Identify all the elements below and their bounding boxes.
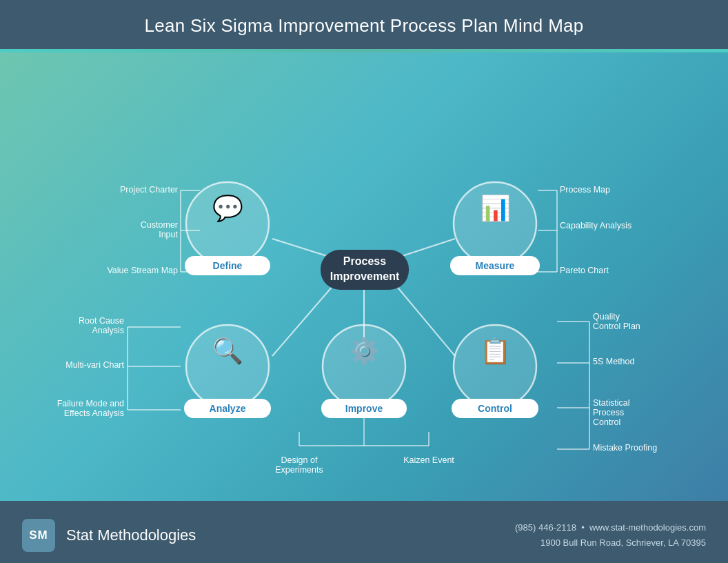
- svg-text:Analysis: Analysis: [92, 326, 124, 335]
- footer-left: SM Stat Methodologies: [22, 519, 196, 552]
- svg-text:Design of: Design of: [281, 455, 318, 465]
- svg-text:Root Cause: Root Cause: [79, 316, 124, 326]
- svg-text:Experiments: Experiments: [275, 465, 323, 475]
- page-title: Lean Six Sigma Improvement Process Plan …: [144, 15, 583, 36]
- svg-text:Analyze: Analyze: [210, 403, 246, 414]
- svg-text:⚙️: ⚙️: [349, 336, 380, 366]
- svg-text:Effects Analysis: Effects Analysis: [64, 408, 124, 418]
- svg-text:💬: 💬: [212, 193, 243, 223]
- svg-text:Input: Input: [159, 230, 178, 239]
- svg-text:Measure: Measure: [476, 260, 515, 271]
- svg-text:Control: Control: [478, 403, 512, 414]
- svg-text:Statistical: Statistical: [593, 398, 630, 408]
- svg-line-4: [392, 280, 455, 356]
- contact-line1: (985) 446-2118 • www.stat-methodologies.…: [515, 520, 706, 535]
- svg-text:Quality: Quality: [593, 312, 620, 322]
- svg-text:Process: Process: [593, 408, 624, 417]
- svg-text:🔍: 🔍: [212, 336, 243, 366]
- logo-text: SM: [29, 529, 48, 542]
- svg-text:Kaizen Event: Kaizen Event: [403, 455, 454, 465]
- svg-text:Customer: Customer: [141, 220, 178, 230]
- svg-text:5S Method: 5S Method: [593, 357, 635, 366]
- company-logo: SM: [22, 519, 55, 552]
- svg-text:Improvement: Improvement: [330, 270, 400, 282]
- svg-text:Process: Process: [343, 255, 386, 267]
- svg-text:Control: Control: [593, 417, 620, 427]
- svg-text:Improve: Improve: [345, 403, 383, 414]
- svg-text:Failure Mode and: Failure Mode and: [57, 399, 124, 408]
- svg-text:Pareto Chart: Pareto Chart: [560, 266, 609, 275]
- svg-text:📋: 📋: [480, 336, 511, 366]
- website: www.stat-methodologies.com: [589, 522, 706, 533]
- mindmap-svg: 💬 Define 📊 Measure 🔍 Analyze ⚙️ Improve …: [0, 52, 728, 501]
- svg-text:Capability Analysis: Capability Analysis: [560, 221, 631, 230]
- svg-text:Value Stream Map: Value Stream Map: [107, 266, 178, 275]
- svg-text:Project Charter: Project Charter: [120, 185, 178, 195]
- svg-text:Mistake Proofing: Mistake Proofing: [593, 443, 657, 453]
- svg-text:Process Map: Process Map: [560, 185, 610, 195]
- contact-line2: 1900 Bull Run Road, Schriever, LA 70395: [515, 535, 706, 551]
- company-name: Stat Methodologies: [66, 526, 196, 544]
- footer: SM Stat Methodologies (985) 446-2118 • w…: [0, 501, 728, 563]
- svg-text:📊: 📊: [480, 193, 511, 223]
- mindmap-area: 💬 Define 📊 Measure 🔍 Analyze ⚙️ Improve …: [0, 52, 728, 501]
- phone: (985) 446-2118: [515, 522, 576, 533]
- page-header: Lean Six Sigma Improvement Process Plan …: [0, 0, 728, 49]
- svg-text:Control Plan: Control Plan: [593, 322, 640, 331]
- footer-contact: (985) 446-2118 • www.stat-methodologies.…: [515, 520, 706, 551]
- svg-text:Multi-vari Chart: Multi-vari Chart: [65, 360, 124, 370]
- svg-text:Define: Define: [213, 260, 243, 271]
